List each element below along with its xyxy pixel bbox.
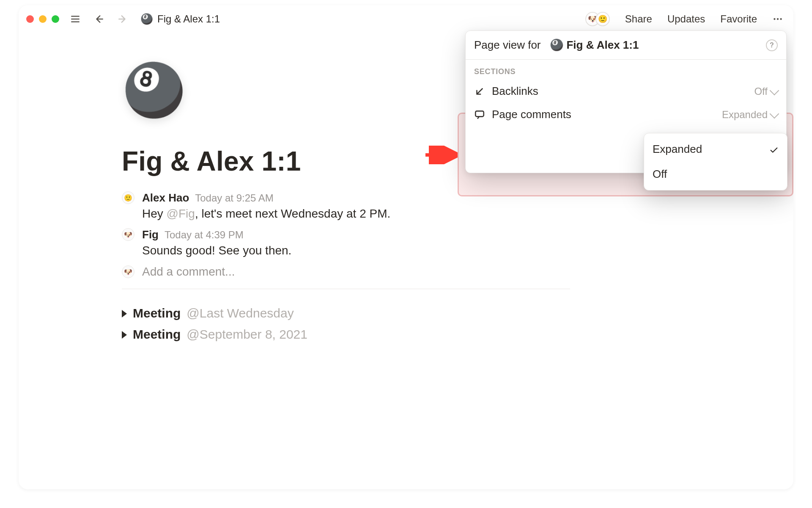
minimize-window-dot[interactable] [39,15,47,23]
breadcrumb[interactable]: 🎱 Fig & Alex 1:1 [140,13,220,25]
comment-time: Today at 4:39 PM [165,229,244,241]
presence-avatar[interactable]: 🙂 [595,12,610,26]
dropdown-option-label: Off [653,168,667,181]
comment-author: Fig [142,228,159,241]
comment-text: Sounds good! See you then. [142,244,291,257]
comments-section: 🙂 Alex Hao Today at 9:25 AM Hey @Fig, le… [122,191,793,279]
comment-text-part: Hey [142,207,167,220]
comment-text-part: Sounds good! See you then. [142,244,291,257]
nav-back-icon[interactable] [91,11,107,27]
close-window-dot[interactable] [26,15,34,23]
nav-forward-icon[interactable] [115,11,130,27]
avatar: 🙂 [122,191,134,204]
toggle-triangle-icon[interactable] [122,310,127,318]
comment-text-part: , let's meet next Wednesday at 2 PM. [195,207,390,220]
svg-point-2 [780,18,782,20]
comment-item: 🐶 Fig Today at 4:39 PM Sounds good! See … [122,228,793,257]
dropdown-option-expanded[interactable]: Expanded [644,137,787,162]
toggle-label: Meeting [133,306,181,320]
comment-text: Hey @Fig, let's meet next Wednesday at 2… [142,207,390,221]
comment-time: Today at 9:25 AM [195,192,273,204]
divider [122,289,570,289]
add-comment-input[interactable]: 🐶 Add a comment... [122,265,793,279]
toggle-date-mention[interactable]: @September 8, 2021 [187,327,307,342]
toggle-item[interactable]: Meeting @September 8, 2021 [122,327,793,342]
toggle-item[interactable]: Meeting @Last Wednesday [122,306,793,320]
avatar: 🐶 [122,228,134,241]
zoom-window-dot[interactable] [52,15,59,23]
page-icon[interactable]: 🎱 [122,58,186,122]
avatar: 🐶 [122,265,134,278]
check-icon [769,145,779,154]
breadcrumb-title: Fig & Alex 1:1 [157,13,220,25]
annotation-arrow-icon [424,146,458,164]
add-comment-placeholder: Add a comment... [142,265,235,279]
topbar: 🎱 Fig & Alex 1:1 🐶 🙂 Share Updates Favor… [19,5,793,33]
page-comments-dropdown: Expanded Off [644,133,787,190]
comment-item: 🙂 Alex Hao Today at 9:25 AM Hey @Fig, le… [122,191,793,221]
toggle-label: Meeting [133,327,181,342]
app-window: 🎱 Fig & Alex 1:1 🐶 🙂 Share Updates Favor… [19,5,793,489]
dropdown-option-off[interactable]: Off [644,162,787,187]
toggle-triangle-icon[interactable] [122,331,127,339]
svg-point-0 [774,18,775,20]
sidebar-toggle-icon[interactable] [68,11,83,27]
breadcrumb-page-icon: 🎱 [140,14,153,24]
toggle-list: Meeting @Last Wednesday Meeting @Septemb… [122,306,793,342]
toggle-date-mention[interactable]: @Last Wednesday [187,306,294,320]
window-controls [26,15,59,23]
dropdown-option-label: Expanded [653,143,702,156]
mention[interactable]: @Fig [167,207,195,220]
more-menu-icon[interactable] [769,11,784,27]
presence-avatars: 🐶 🙂 [585,12,610,26]
share-button[interactable]: Share [622,11,656,28]
favorite-button[interactable]: Favorite [717,11,760,28]
svg-point-1 [777,18,779,20]
comment-author: Alex Hao [142,191,189,204]
updates-button[interactable]: Updates [664,11,708,28]
